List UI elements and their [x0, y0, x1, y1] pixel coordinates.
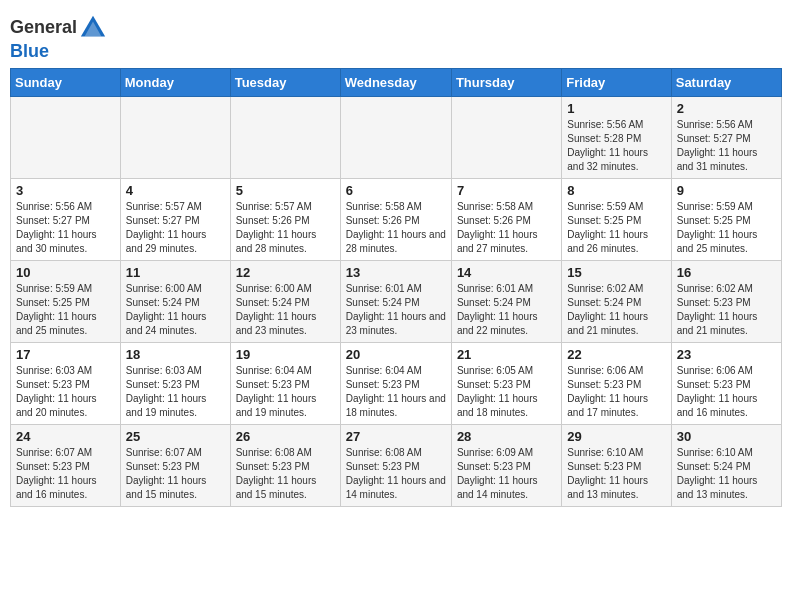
cell-info: Sunrise: 5:57 AMSunset: 5:26 PMDaylight:…: [236, 201, 317, 254]
calendar-cell: 8 Sunrise: 5:59 AMSunset: 5:25 PMDayligh…: [562, 178, 671, 260]
cell-info: Sunrise: 6:10 AMSunset: 5:23 PMDaylight:…: [567, 447, 648, 500]
day-number: 18: [126, 347, 225, 362]
day-number: 20: [346, 347, 446, 362]
day-number: 16: [677, 265, 776, 280]
cell-info: Sunrise: 5:58 AMSunset: 5:26 PMDaylight:…: [457, 201, 538, 254]
calendar-cell: 27 Sunrise: 6:08 AMSunset: 5:23 PMDaylig…: [340, 424, 451, 506]
day-number: 14: [457, 265, 556, 280]
day-number: 10: [16, 265, 115, 280]
calendar-week-row: 17 Sunrise: 6:03 AMSunset: 5:23 PMDaylig…: [11, 342, 782, 424]
day-number: 15: [567, 265, 665, 280]
calendar-week-row: 10 Sunrise: 5:59 AMSunset: 5:25 PMDaylig…: [11, 260, 782, 342]
logo: General Blue: [10, 14, 107, 62]
logo-blue: Blue: [10, 41, 49, 61]
day-number: 1: [567, 101, 665, 116]
day-number: 22: [567, 347, 665, 362]
cell-info: Sunrise: 5:59 AMSunset: 5:25 PMDaylight:…: [567, 201, 648, 254]
cell-info: Sunrise: 5:56 AMSunset: 5:27 PMDaylight:…: [677, 119, 758, 172]
calendar-cell: 11 Sunrise: 6:00 AMSunset: 5:24 PMDaylig…: [120, 260, 230, 342]
logo-icon: [79, 14, 107, 42]
calendar-cell: 25 Sunrise: 6:07 AMSunset: 5:23 PMDaylig…: [120, 424, 230, 506]
cell-info: Sunrise: 6:02 AMSunset: 5:23 PMDaylight:…: [677, 283, 758, 336]
cell-info: Sunrise: 5:59 AMSunset: 5:25 PMDaylight:…: [677, 201, 758, 254]
cell-info: Sunrise: 6:07 AMSunset: 5:23 PMDaylight:…: [16, 447, 97, 500]
weekday-header-monday: Monday: [120, 68, 230, 96]
calendar-cell: 26 Sunrise: 6:08 AMSunset: 5:23 PMDaylig…: [230, 424, 340, 506]
day-number: 24: [16, 429, 115, 444]
cell-info: Sunrise: 6:04 AMSunset: 5:23 PMDaylight:…: [346, 365, 446, 418]
cell-info: Sunrise: 6:06 AMSunset: 5:23 PMDaylight:…: [677, 365, 758, 418]
day-number: 8: [567, 183, 665, 198]
calendar-cell: 18 Sunrise: 6:03 AMSunset: 5:23 PMDaylig…: [120, 342, 230, 424]
calendar-cell: 20 Sunrise: 6:04 AMSunset: 5:23 PMDaylig…: [340, 342, 451, 424]
cell-info: Sunrise: 6:04 AMSunset: 5:23 PMDaylight:…: [236, 365, 317, 418]
day-number: 12: [236, 265, 335, 280]
cell-info: Sunrise: 6:07 AMSunset: 5:23 PMDaylight:…: [126, 447, 207, 500]
calendar-cell: [340, 96, 451, 178]
calendar-cell: 13 Sunrise: 6:01 AMSunset: 5:24 PMDaylig…: [340, 260, 451, 342]
cell-info: Sunrise: 6:00 AMSunset: 5:24 PMDaylight:…: [236, 283, 317, 336]
cell-info: Sunrise: 6:00 AMSunset: 5:24 PMDaylight:…: [126, 283, 207, 336]
cell-info: Sunrise: 5:59 AMSunset: 5:25 PMDaylight:…: [16, 283, 97, 336]
calendar-week-row: 3 Sunrise: 5:56 AMSunset: 5:27 PMDayligh…: [11, 178, 782, 260]
calendar-cell: 1 Sunrise: 5:56 AMSunset: 5:28 PMDayligh…: [562, 96, 671, 178]
weekday-header-sunday: Sunday: [11, 68, 121, 96]
calendar-cell: 12 Sunrise: 6:00 AMSunset: 5:24 PMDaylig…: [230, 260, 340, 342]
calendar-cell: 10 Sunrise: 5:59 AMSunset: 5:25 PMDaylig…: [11, 260, 121, 342]
day-number: 30: [677, 429, 776, 444]
day-number: 28: [457, 429, 556, 444]
cell-info: Sunrise: 5:56 AMSunset: 5:28 PMDaylight:…: [567, 119, 648, 172]
calendar-cell: 4 Sunrise: 5:57 AMSunset: 5:27 PMDayligh…: [120, 178, 230, 260]
day-number: 29: [567, 429, 665, 444]
cell-info: Sunrise: 5:56 AMSunset: 5:27 PMDaylight:…: [16, 201, 97, 254]
calendar-cell: 29 Sunrise: 6:10 AMSunset: 5:23 PMDaylig…: [562, 424, 671, 506]
cell-info: Sunrise: 5:57 AMSunset: 5:27 PMDaylight:…: [126, 201, 207, 254]
calendar-table: SundayMondayTuesdayWednesdayThursdayFrid…: [10, 68, 782, 507]
calendar-cell: 5 Sunrise: 5:57 AMSunset: 5:26 PMDayligh…: [230, 178, 340, 260]
cell-info: Sunrise: 6:06 AMSunset: 5:23 PMDaylight:…: [567, 365, 648, 418]
day-number: 11: [126, 265, 225, 280]
cell-info: Sunrise: 6:01 AMSunset: 5:24 PMDaylight:…: [457, 283, 538, 336]
weekday-header-saturday: Saturday: [671, 68, 781, 96]
day-number: 5: [236, 183, 335, 198]
calendar-cell: [451, 96, 561, 178]
calendar-cell: 7 Sunrise: 5:58 AMSunset: 5:26 PMDayligh…: [451, 178, 561, 260]
calendar-cell: [11, 96, 121, 178]
day-number: 25: [126, 429, 225, 444]
day-number: 27: [346, 429, 446, 444]
cell-info: Sunrise: 6:05 AMSunset: 5:23 PMDaylight:…: [457, 365, 538, 418]
calendar-cell: 9 Sunrise: 5:59 AMSunset: 5:25 PMDayligh…: [671, 178, 781, 260]
cell-info: Sunrise: 6:01 AMSunset: 5:24 PMDaylight:…: [346, 283, 446, 336]
day-number: 19: [236, 347, 335, 362]
day-number: 13: [346, 265, 446, 280]
calendar-header-row: SundayMondayTuesdayWednesdayThursdayFrid…: [11, 68, 782, 96]
cell-info: Sunrise: 6:03 AMSunset: 5:23 PMDaylight:…: [16, 365, 97, 418]
day-number: 3: [16, 183, 115, 198]
cell-info: Sunrise: 6:02 AMSunset: 5:24 PMDaylight:…: [567, 283, 648, 336]
day-number: 4: [126, 183, 225, 198]
day-number: 6: [346, 183, 446, 198]
day-number: 17: [16, 347, 115, 362]
calendar-cell: [230, 96, 340, 178]
day-number: 23: [677, 347, 776, 362]
logo-general: General: [10, 17, 77, 37]
day-number: 26: [236, 429, 335, 444]
weekday-header-wednesday: Wednesday: [340, 68, 451, 96]
calendar-cell: [120, 96, 230, 178]
cell-info: Sunrise: 6:03 AMSunset: 5:23 PMDaylight:…: [126, 365, 207, 418]
page-header: General Blue: [10, 10, 782, 62]
calendar-cell: 23 Sunrise: 6:06 AMSunset: 5:23 PMDaylig…: [671, 342, 781, 424]
calendar-cell: 22 Sunrise: 6:06 AMSunset: 5:23 PMDaylig…: [562, 342, 671, 424]
calendar-week-row: 1 Sunrise: 5:56 AMSunset: 5:28 PMDayligh…: [11, 96, 782, 178]
cell-info: Sunrise: 5:58 AMSunset: 5:26 PMDaylight:…: [346, 201, 446, 254]
calendar-cell: 14 Sunrise: 6:01 AMSunset: 5:24 PMDaylig…: [451, 260, 561, 342]
calendar-cell: 15 Sunrise: 6:02 AMSunset: 5:24 PMDaylig…: [562, 260, 671, 342]
day-number: 21: [457, 347, 556, 362]
calendar-week-row: 24 Sunrise: 6:07 AMSunset: 5:23 PMDaylig…: [11, 424, 782, 506]
day-number: 9: [677, 183, 776, 198]
cell-info: Sunrise: 6:09 AMSunset: 5:23 PMDaylight:…: [457, 447, 538, 500]
calendar-cell: 6 Sunrise: 5:58 AMSunset: 5:26 PMDayligh…: [340, 178, 451, 260]
cell-info: Sunrise: 6:10 AMSunset: 5:24 PMDaylight:…: [677, 447, 758, 500]
cell-info: Sunrise: 6:08 AMSunset: 5:23 PMDaylight:…: [346, 447, 446, 500]
weekday-header-thursday: Thursday: [451, 68, 561, 96]
